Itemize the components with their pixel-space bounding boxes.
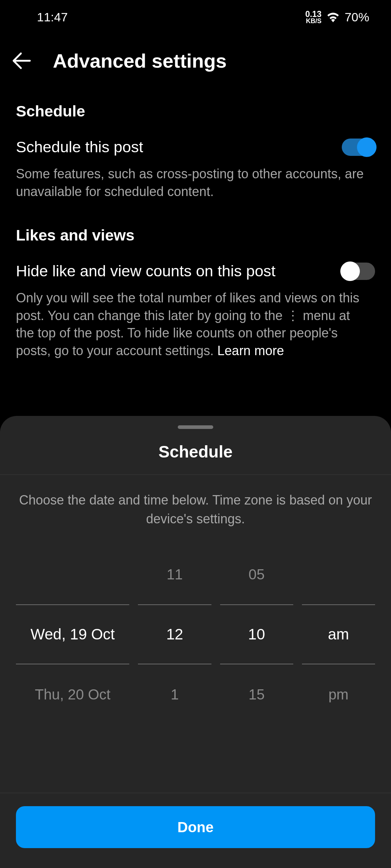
minute-prev[interactable]: 05 <box>220 544 293 604</box>
status-bar: 11:47 0.13 KB/S 70% <box>0 0 391 31</box>
wifi-icon <box>327 12 340 22</box>
schedule-section-title: Schedule <box>16 102 375 120</box>
date-selected[interactable]: Wed, 19 Oct <box>16 604 129 664</box>
ampm-column[interactable]: am pm <box>302 544 375 724</box>
page-title: Advanced settings <box>53 50 227 72</box>
schedule-sheet: Schedule Choose the date and time below.… <box>0 416 391 868</box>
minute-next[interactable]: 15 <box>220 664 293 724</box>
date-column[interactable]: Wed, 19 Oct Thu, 20 Oct <box>16 544 129 724</box>
done-button[interactable]: Done <box>16 806 375 848</box>
hide-likes-toggle-label: Hide like and view counts on this post <box>16 262 276 280</box>
ampm-next[interactable]: pm <box>302 664 375 724</box>
date-prev[interactable] <box>16 544 129 604</box>
minute-selected[interactable]: 10 <box>220 604 293 664</box>
hide-likes-toggle[interactable] <box>342 263 375 280</box>
minute-column[interactable]: 05 10 15 <box>220 544 293 724</box>
ampm-prev[interactable] <box>302 544 375 604</box>
header: Advanced settings <box>0 31 391 86</box>
hour-prev[interactable]: 11 <box>138 544 211 604</box>
sheet-description: Choose the date and time below. Time zon… <box>0 475 391 539</box>
status-time: 11:47 <box>22 10 68 24</box>
datetime-picker[interactable]: Wed, 19 Oct Thu, 20 Oct 11 12 1 05 10 15… <box>0 539 391 724</box>
hour-next[interactable]: 1 <box>138 664 211 724</box>
date-next[interactable]: Thu, 20 Oct <box>16 664 129 724</box>
hour-column[interactable]: 11 12 1 <box>138 544 211 724</box>
hide-likes-description: Only you will see the total number of li… <box>16 289 375 359</box>
schedule-toggle-label: Schedule this post <box>16 138 143 156</box>
network-speed: 0.13 KB/S <box>305 10 321 24</box>
learn-more-link[interactable]: Learn more <box>217 343 284 358</box>
schedule-description: Some features, such as cross-posting to … <box>16 165 375 200</box>
sheet-title: Schedule <box>0 442 391 461</box>
likes-section-title: Likes and views <box>16 226 375 244</box>
battery-percent: 70% <box>345 10 369 24</box>
schedule-toggle[interactable] <box>342 139 375 156</box>
hour-selected[interactable]: 12 <box>138 604 211 664</box>
drag-handle[interactable] <box>178 425 213 429</box>
back-arrow-icon[interactable] <box>11 50 33 72</box>
ampm-selected[interactable]: am <box>302 604 375 664</box>
